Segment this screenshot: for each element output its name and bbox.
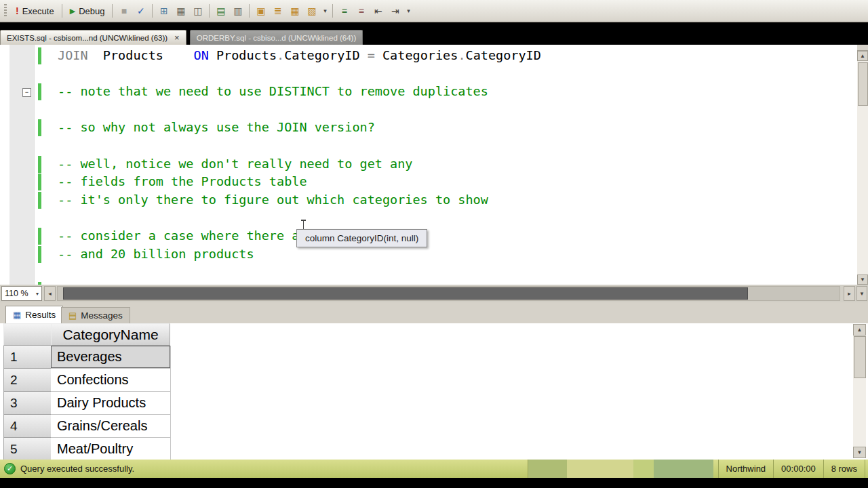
toolbar-options-icon[interactable]: ▾	[404, 3, 412, 18]
editor-bottom-bar: 110 % ▾ ◂ ▸ ▼	[0, 285, 868, 302]
tab-messages[interactable]: ▤ Messages	[61, 307, 130, 323]
results-to-file-icon[interactable]: ▧	[304, 3, 319, 18]
code-token: -- well, notice we don't really need to …	[58, 157, 412, 171]
results-to-text-icon[interactable]: ≣	[270, 3, 285, 18]
code-line[interactable]: -- it's only there to figure out which c…	[0, 191, 858, 209]
grid-cell[interactable]: Confections	[51, 369, 171, 392]
results-grid: CategoryName 1Beverages2Confections3Dair…	[0, 323, 868, 460]
code-line[interactable]	[0, 137, 858, 155]
code-line[interactable]	[0, 101, 858, 119]
code-line[interactable]	[0, 65, 858, 83]
results-tab-label: Results	[25, 310, 56, 320]
editor-vscroll-thumb[interactable]	[858, 62, 868, 106]
grid-vertical-scrollbar[interactable]: ▲ ▼	[853, 324, 866, 458]
scroll-down-icon[interactable]: ▼	[853, 447, 866, 458]
code-line[interactable]: JOIN Products ON Products.CategoryID = C…	[0, 47, 858, 65]
row-header[interactable]: 4	[3, 415, 52, 438]
results-pane-tabbar: ▦ Results ▤ Messages	[0, 302, 868, 323]
grid-cell[interactable]: Meat/Poultry	[51, 438, 171, 460]
code-token: -- note that we need to use DISTINCT to …	[58, 84, 488, 98]
client-statistics-icon[interactable]: ▥	[230, 3, 245, 18]
code-token: Products	[88, 48, 194, 62]
tab-exists-sql[interactable]: EXISTS.sql - csbisom...nd (UNCW\klined (…	[0, 30, 186, 45]
scroll-up-icon[interactable]: ▲	[853, 324, 866, 336]
grid-corner-header[interactable]	[3, 323, 52, 346]
uncomment-icon[interactable]: ≡	[353, 3, 369, 18]
code-token	[360, 48, 368, 62]
status-bar: ✓ Query executed successfully. Northwind…	[0, 460, 868, 478]
zoom-selector[interactable]: 110 % ▾	[1, 286, 42, 301]
table-row: 1Beverages	[3, 346, 410, 369]
main-toolbar: ! Execute ▶ Debug ■✓⊞▦◫▤▥▣≣▦▧▾≡≡⇤⇥▾	[0, 0, 868, 22]
intellisense-tooltip: column CategoryID(int, null)	[296, 229, 427, 247]
toolbar-grip[interactable]	[4, 4, 7, 18]
query-designer-icon[interactable]: ▦	[173, 3, 189, 18]
code-token: ON	[194, 48, 209, 62]
code-token: CategoryID	[284, 48, 359, 62]
sql-editor[interactable]: JOIN Products ON Products.CategoryID = C…	[0, 45, 868, 285]
close-icon[interactable]: ×	[174, 33, 180, 42]
table-row: 3Dairy Products	[3, 392, 410, 415]
messages-icon: ▤	[68, 310, 77, 321]
tab-orderby-sql[interactable]: ORDERBY.sql - csbiso...d (UNCW\klined (6…	[190, 30, 363, 45]
row-header[interactable]: 3	[3, 392, 52, 415]
grid-vscroll-thumb[interactable]	[854, 336, 866, 378]
grid-cell[interactable]: Beverages	[51, 346, 171, 369]
document-tabstrip: EXISTS.sql - csbisom...nd (UNCW\klined (…	[0, 30, 868, 45]
code-line[interactable]: -- so why not always use the JOIN versio…	[0, 119, 858, 137]
execute-button[interactable]: ! Execute	[11, 3, 59, 19]
grid-cell[interactable]: Grains/Cereals	[51, 415, 171, 438]
comment-icon[interactable]: ≡	[336, 3, 352, 18]
actual-plan-icon[interactable]: ▤	[213, 3, 229, 18]
code-token: CategoryID	[466, 48, 541, 62]
increase-indent-icon[interactable]: ⇥	[387, 3, 403, 18]
status-activity-blocks	[528, 460, 713, 478]
code-line[interactable]	[0, 263, 858, 281]
estimated-plan-icon[interactable]: ⊞	[156, 3, 172, 18]
row-header[interactable]: 1	[3, 346, 52, 369]
results-to-grid-icon[interactable]: ▦	[287, 3, 302, 18]
status-database: Northwind	[719, 464, 774, 474]
scroll-corner-down-icon[interactable]: ▼	[856, 286, 867, 301]
code-token: -- fields from the Products table	[58, 174, 307, 188]
template-parameters-icon[interactable]: ◫	[190, 3, 205, 18]
code-token: -- and 20 billion products	[58, 247, 254, 261]
tab-results[interactable]: ▦ Results	[5, 306, 63, 323]
grid-column-header[interactable]: CategoryName	[51, 323, 170, 346]
code-token: JOIN	[58, 48, 88, 62]
toolbar-separator	[152, 4, 153, 18]
status-row-count: 8 rows	[824, 464, 865, 474]
execute-label: Execute	[22, 6, 54, 16]
code-line[interactable]: -- consider a case where there ar	[0, 227, 858, 245]
code-line[interactable]: -- fields from the Products table	[0, 173, 858, 191]
tab-label: EXISTS.sql - csbisom...nd (UNCW\klined (…	[7, 34, 167, 42]
code-line[interactable]: -- and 20 billion products	[0, 245, 858, 264]
grid-cell[interactable]: Dairy Products	[51, 392, 171, 415]
sqlcmd-mode-icon[interactable]: ▣	[253, 3, 269, 18]
code-token: Categories	[375, 48, 458, 62]
cancel-query-icon[interactable]: ■	[116, 3, 132, 18]
editor-hscroll-thumb[interactable]	[63, 287, 748, 300]
code-token: .	[277, 48, 284, 62]
results-grid-icon: ▦	[13, 310, 21, 320]
parse-icon[interactable]: ✓	[133, 3, 149, 18]
scroll-down-icon[interactable]: ▼	[857, 274, 868, 285]
splitter-handle[interactable]	[857, 45, 868, 51]
editor-vertical-scrollbar[interactable]: ▲ ▼	[857, 45, 868, 285]
table-row: 2Confections	[3, 369, 410, 392]
scroll-up-icon[interactable]: ▲	[857, 51, 868, 61]
debug-button[interactable]: ▶ Debug	[65, 3, 110, 19]
decrease-indent-icon[interactable]: ⇤	[370, 3, 386, 18]
row-header[interactable]: 2	[3, 369, 52, 392]
code-line[interactable]: -- well, notice we don't really need to …	[0, 155, 858, 174]
debug-label: Debug	[79, 6, 104, 16]
dropdown-arrow-icon[interactable]: ▾	[321, 3, 329, 18]
toolbar-separator	[112, 4, 113, 18]
scroll-left-icon[interactable]: ◂	[44, 286, 56, 301]
scroll-right-icon[interactable]: ▸	[844, 286, 855, 301]
row-header[interactable]: 5	[3, 438, 52, 460]
code-token: Products	[209, 48, 277, 62]
code-line[interactable]: -- note that we need to use DISTINCT to …	[0, 83, 858, 101]
code-line[interactable]	[0, 209, 858, 227]
editor-horizontal-scrollbar[interactable]	[57, 286, 840, 301]
